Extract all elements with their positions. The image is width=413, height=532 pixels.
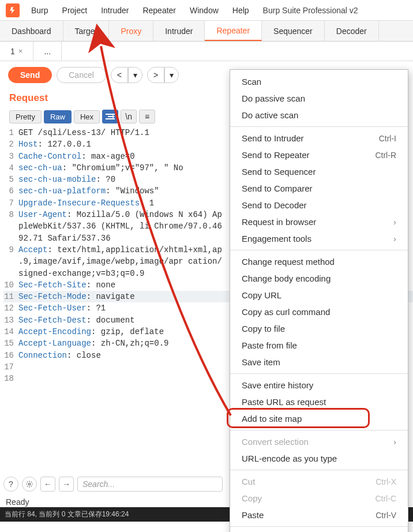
- burp-app-icon: [6, 3, 20, 17]
- view-mode-hex[interactable]: Hex: [74, 110, 100, 123]
- ctx-url-encode-as-you-type[interactable]: URL-encode as you type: [230, 450, 408, 467]
- editor-bottom-bar: ? ← → Search...: [3, 477, 223, 492]
- history-forward-button[interactable]: >: [147, 67, 164, 83]
- repeater-sub-tabs: 1 × ...: [0, 42, 413, 61]
- tab-decoder[interactable]: Decoder: [325, 21, 379, 41]
- view-mode-raw[interactable]: Raw: [44, 110, 72, 123]
- main-tabs: DashboardTargetProxyIntruderRepeaterSequ…: [0, 21, 413, 42]
- tab-sequencer[interactable]: Sequencer: [262, 21, 325, 41]
- menubar: BurpProjectIntruderRepeaterWindowHelp Bu…: [0, 0, 413, 21]
- ctx-request-in-browser[interactable]: Request in browser›: [230, 213, 408, 230]
- ctx-cut: CutCtrl-X: [230, 473, 408, 490]
- tab-dashboard[interactable]: Dashboard: [0, 21, 63, 41]
- menu-help[interactable]: Help: [226, 2, 256, 18]
- ctx-send-to-sequencer[interactable]: Send to Sequencer: [230, 163, 408, 180]
- status-text: Ready: [6, 497, 29, 507]
- newline-icon[interactable]: \n: [121, 110, 137, 123]
- wrap-icon[interactable]: ≡: [139, 110, 155, 123]
- ctx-do-passive-scan[interactable]: Do passive scan: [230, 90, 408, 107]
- ctx-paste-from-file[interactable]: Paste from file: [230, 337, 408, 354]
- ctx-message-editor-documentation[interactable]: Message editor documentation: [230, 530, 408, 532]
- ctx-copy: CopyCtrl-C: [230, 490, 408, 507]
- ctx-scan[interactable]: Scan: [230, 73, 408, 90]
- sub-tab-1[interactable]: 1 ×: [0, 42, 33, 61]
- ctx-paste[interactable]: PasteCtrl-V: [230, 507, 408, 523]
- tab-proxy[interactable]: Proxy: [109, 21, 153, 41]
- tab-intruder[interactable]: Intruder: [153, 21, 205, 41]
- ctx-copy-to-file[interactable]: Copy to file: [230, 320, 408, 337]
- ctx-copy-as-curl-command[interactable]: Copy as curl command: [230, 304, 408, 320]
- menu-burp[interactable]: Burp: [24, 2, 55, 18]
- menu-window[interactable]: Window: [183, 2, 226, 18]
- ctx-add-to-site-map[interactable]: Add to site map: [230, 410, 408, 427]
- svg-rect-0: [106, 114, 115, 115]
- ctx-send-to-intruder[interactable]: Send to IntruderCtrl-I: [230, 130, 408, 147]
- history-forward-dropdown[interactable]: ▾: [164, 67, 179, 83]
- sub-tab-label: 1: [10, 47, 15, 56]
- svg-rect-1: [106, 118, 115, 119]
- menu-repeater[interactable]: Repeater: [136, 2, 183, 18]
- ctx-send-to-comparer[interactable]: Send to Comparer: [230, 180, 408, 197]
- view-mode-pretty[interactable]: Pretty: [9, 110, 42, 123]
- menu-intruder[interactable]: Intruder: [94, 2, 136, 18]
- menu-project[interactable]: Project: [55, 2, 95, 18]
- tab-repeater[interactable]: Repeater: [205, 21, 262, 41]
- ctx-change-body-encoding[interactable]: Change body encoding: [230, 270, 408, 287]
- tab-target[interactable]: Target: [63, 21, 110, 41]
- sub-tab-more[interactable]: ...: [33, 42, 62, 61]
- ctx-engagement-tools[interactable]: Engagement tools›: [230, 230, 408, 247]
- history-back-dropdown[interactable]: ▾: [128, 67, 142, 83]
- ctx-send-to-repeater[interactable]: Send to RepeaterCtrl-R: [230, 147, 408, 163]
- ctx-change-request-method[interactable]: Change request method: [230, 253, 408, 270]
- ctx-convert-selection: Convert selection›: [230, 433, 408, 450]
- help-icon[interactable]: ?: [3, 477, 18, 492]
- ctx-save-entire-history[interactable]: Save entire history: [230, 377, 408, 394]
- search-prev-icon[interactable]: ←: [40, 477, 55, 492]
- app-title: Burp Suite Professional v2: [263, 6, 358, 15]
- search-next-icon[interactable]: →: [59, 477, 74, 492]
- render-icon[interactable]: [102, 110, 118, 123]
- cancel-button[interactable]: Cancel: [57, 67, 106, 83]
- ctx-copy-url[interactable]: Copy URL: [230, 287, 408, 304]
- history-back-button[interactable]: <: [111, 67, 128, 83]
- svg-point-2: [28, 483, 31, 485]
- settings-gear-icon[interactable]: [22, 477, 37, 492]
- ctx-send-to-decoder[interactable]: Send to Decoder: [230, 197, 408, 213]
- close-icon[interactable]: ×: [18, 47, 23, 55]
- ctx-paste-url-as-request[interactable]: Paste URL as request: [230, 394, 408, 410]
- send-button[interactable]: Send: [8, 67, 52, 83]
- ctx-do-active-scan[interactable]: Do active scan: [230, 107, 408, 123]
- search-input[interactable]: Search...: [77, 477, 223, 492]
- ctx-save-item[interactable]: Save item: [230, 354, 408, 370]
- context-menu: ScanDo passive scanDo active scanSend to…: [230, 69, 408, 532]
